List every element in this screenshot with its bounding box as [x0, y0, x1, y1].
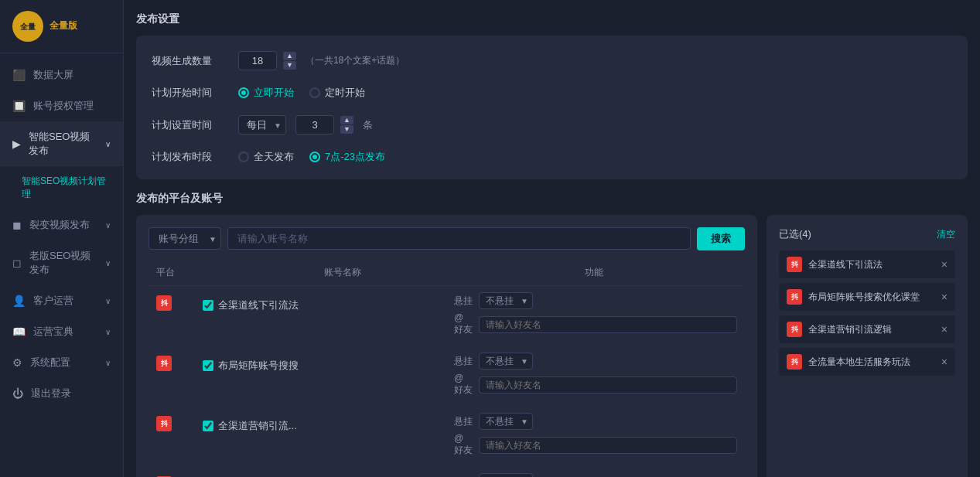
sidebar-item-label: 运营宝典: [33, 325, 73, 339]
radio-7-to-23-label: 7点-23点发布: [325, 150, 385, 164]
sidebar-item-sys-config[interactable]: ⚙ 系统配置 ∨: [0, 347, 123, 378]
radio-immediate[interactable]: 立即开始: [238, 86, 294, 100]
clear-button[interactable]: 清空: [937, 228, 955, 241]
spin-up-btn[interactable]: ▲: [283, 52, 296, 60]
account-checkbox-1[interactable]: [203, 300, 213, 311]
sidebar-item-old-seo[interactable]: ◻ 老版SEO视频发布 ∨: [0, 240, 123, 285]
duration-spin-up-btn[interactable]: ▲: [340, 116, 353, 124]
account-name-1: 全渠道线下引流法: [218, 298, 299, 312]
logout-icon: ⏻: [12, 387, 23, 400]
sidebar-item-label: 账号授权管理: [33, 99, 94, 113]
account-name-col-4: 全流量本地生活: [195, 470, 446, 477]
search-button[interactable]: 搜索: [697, 227, 745, 250]
account-checkbox-3[interactable]: [203, 421, 213, 431]
account-name-wrap-4: 全流量本地生活: [203, 473, 439, 477]
selected-item-4: 抖 全流量本地生活服务玩法 ×: [779, 348, 955, 376]
radio-immediate-circle: [238, 87, 249, 98]
account-group-select[interactable]: 账号分组: [149, 227, 221, 250]
account-auth-icon: 🔲: [12, 100, 26, 112]
hang-row-4: 悬挂 不悬挂 ▼: [454, 473, 737, 477]
video-count-hint: （一共18个文案+话题）: [306, 54, 405, 67]
plan-duration-number-input[interactable]: [295, 115, 334, 135]
selected-item-1: 抖 全渠道线下引流法 ×: [779, 250, 955, 278]
at-label-1: @好友: [454, 312, 473, 336]
sidebar-item-customer-ops[interactable]: 👤 客户运营 ∨: [0, 285, 123, 316]
chevron-down-icon: ∨: [105, 359, 111, 367]
platform-icon-2: 抖: [156, 356, 172, 371]
spin-buttons: ▲ ▼: [283, 52, 296, 70]
hang-select-4[interactable]: 不悬挂: [479, 473, 533, 477]
plan-publish-period-radio-group: 全天发布 7点-23点发布: [238, 150, 385, 164]
radio-immediate-label: 立即开始: [254, 86, 294, 100]
sidebar-item-account-auth[interactable]: 🔲 账号授权管理: [0, 90, 123, 121]
sidebar-item-label: 系统配置: [30, 356, 70, 370]
radio-scheduled-circle: [309, 87, 320, 98]
selected-item-name-2: 布局矩阵账号搜索优化课堂: [808, 291, 935, 304]
selected-item-name-1: 全渠道线下引流法: [808, 258, 935, 271]
table-header-row: 平台 账号名称 功能: [149, 260, 745, 286]
remove-item-1-button[interactable]: ×: [941, 259, 948, 270]
plan-publish-period-label: 计划发布时段: [152, 150, 229, 164]
account-name-input-wrap: [227, 227, 691, 250]
account-name-wrap-1: 全渠道线下引流法: [203, 292, 439, 315]
selected-item-3: 抖 全渠道营销引流逻辑 ×: [779, 315, 955, 343]
radio-all-day[interactable]: 全天发布: [238, 150, 294, 164]
hang-select-wrap-2: 不悬挂 ▼: [479, 353, 533, 370]
platform-cell-4: 抖: [149, 470, 195, 477]
account-name-col-2: 布局矩阵账号搜搜: [195, 349, 446, 379]
main-content: 发布设置 视频生成数量 ▲ ▼ （一共18个文案+话题） 计划开始时间 立即开始: [124, 0, 980, 477]
account-checkbox-2[interactable]: [203, 360, 213, 371]
remove-item-2-button[interactable]: ×: [941, 291, 948, 302]
hang-row-1: 悬挂 不悬挂 ▼: [454, 292, 737, 309]
plan-duration-unit: 条: [363, 118, 373, 132]
sidebar-item-ops-treasure[interactable]: 📖 运营宝典 ∨: [0, 316, 123, 347]
hang-select-wrap-4: 不悬挂 ▼: [479, 473, 533, 477]
video-count-input[interactable]: [238, 51, 277, 70]
video-count-label: 视频生成数量: [152, 54, 229, 68]
at-input-1[interactable]: [479, 316, 737, 333]
sidebar-item-logout[interactable]: ⏻ 退出登录: [0, 378, 123, 409]
account-name-2: 布局矩阵账号搜搜: [218, 359, 299, 373]
sidebar-item-data-dashboard[interactable]: ⬛ 数据大屏: [0, 60, 123, 90]
account-group-select-wrap: 账号分组 ▼: [149, 227, 221, 250]
platform-icon-1: 抖: [156, 295, 172, 311]
at-row-3: @好友: [454, 433, 737, 457]
platform-cell-3: 抖: [149, 410, 195, 438]
account-name-wrap-3: 全渠道营销引流...: [203, 413, 439, 436]
duration-spin-down-btn[interactable]: ▼: [340, 125, 353, 134]
spin-down-btn[interactable]: ▼: [283, 61, 296, 70]
remove-item-3-button[interactable]: ×: [941, 324, 948, 335]
sidebar-item-seo-video[interactable]: ▶ 智能SEO视频发布 ∨: [0, 121, 123, 166]
hang-label-3: 悬挂: [454, 415, 473, 428]
sidebar-item-label: 数据大屏: [33, 68, 73, 82]
at-input-3[interactable]: [479, 437, 737, 454]
sidebar-item-crack-video[interactable]: ◼ 裂变视频发布 ∨: [0, 210, 123, 240]
account-name-col-3: 全渠道营销引流...: [195, 410, 446, 439]
svg-text:全量: 全量: [19, 22, 36, 31]
radio-scheduled[interactable]: 定时开始: [309, 86, 365, 100]
logo-text: 全量版: [50, 20, 77, 32]
sidebar: 全量 全量版 ⬛ 数据大屏 🔲 账号授权管理 ▶ 智能SEO视频发布 ∨ 智能S…: [0, 0, 124, 477]
customer-ops-icon: 👤: [12, 295, 26, 307]
plan-start-time-row: 计划开始时间 立即开始 定时开始: [152, 86, 952, 100]
hang-select-1[interactable]: 不悬挂: [479, 292, 533, 309]
sidebar-item-seo-video-plan[interactable]: 智能SEO视频计划管理: [0, 166, 123, 210]
col-platform: 平台: [149, 260, 316, 286]
chevron-down-icon: ∨: [105, 221, 111, 230]
remove-item-4-button[interactable]: ×: [941, 356, 948, 367]
platform-section-title: 发布的平台及账号: [136, 192, 968, 206]
radio-scheduled-label: 定时开始: [325, 86, 365, 100]
at-label-2: @好友: [454, 373, 473, 397]
hang-select-3[interactable]: 不悬挂: [479, 413, 533, 430]
account-name-input[interactable]: [227, 227, 691, 250]
radio-7-to-23[interactable]: 7点-23点发布: [309, 150, 385, 164]
selected-header: 已选(4) 清空: [779, 227, 955, 241]
plan-duration-select[interactable]: 每日: [238, 115, 286, 135]
publish-settings-card: 视频生成数量 ▲ ▼ （一共18个文案+话题） 计划开始时间 立即开始: [136, 36, 968, 179]
platform-icon-3: 抖: [156, 416, 172, 431]
at-input-2[interactable]: [479, 376, 737, 394]
sidebar-logo: 全量 全量版: [0, 0, 123, 53]
hang-select-2[interactable]: 不悬挂: [479, 353, 533, 370]
hang-row-2: 悬挂 不悬挂 ▼: [454, 353, 737, 370]
hang-select-wrap-1: 不悬挂 ▼: [479, 292, 533, 309]
